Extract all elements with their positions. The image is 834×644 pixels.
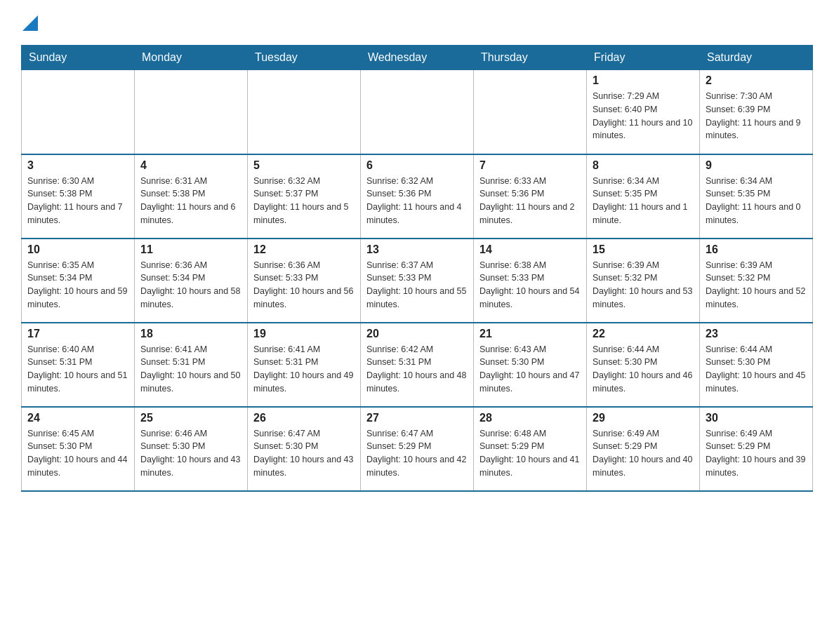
day-info: Sunrise: 6:45 AMSunset: 5:30 PMDaylight:… [27,427,128,480]
day-number: 27 [366,412,468,424]
calendar-cell: 14Sunrise: 6:38 AMSunset: 5:33 PMDayligh… [474,239,587,323]
day-info: Sunrise: 6:42 AMSunset: 5:31 PMDaylight:… [366,343,468,396]
page-header [21,14,813,31]
calendar-cell: 5Sunrise: 6:32 AMSunset: 5:37 PMDaylight… [248,154,361,239]
calendar-cell: 3Sunrise: 6:30 AMSunset: 5:38 PMDaylight… [22,154,135,239]
day-number: 12 [253,243,355,256]
day-number: 21 [479,328,581,340]
day-info: Sunrise: 6:49 AMSunset: 5:29 PMDaylight:… [706,427,807,480]
calendar-cell: 2Sunrise: 7:30 AMSunset: 6:39 PMDaylight… [700,70,813,154]
day-number: 22 [593,328,694,340]
calendar-week-row: 24Sunrise: 6:45 AMSunset: 5:30 PMDayligh… [22,407,813,491]
day-info: Sunrise: 6:41 AMSunset: 5:31 PMDaylight:… [140,343,241,396]
day-number: 2 [706,74,807,87]
calendar-week-row: 1Sunrise: 7:29 AMSunset: 6:40 PMDaylight… [22,70,813,154]
calendar-cell: 27Sunrise: 6:47 AMSunset: 5:29 PMDayligh… [361,407,474,491]
calendar-cell: 17Sunrise: 6:40 AMSunset: 5:31 PMDayligh… [22,323,135,407]
calendar-cell [474,70,587,154]
day-info: Sunrise: 6:33 AMSunset: 5:36 PMDaylight:… [479,175,581,227]
day-of-week-header: Wednesday [361,46,474,70]
day-of-week-header: Sunday [22,46,135,70]
calendar-cell: 24Sunrise: 6:45 AMSunset: 5:30 PMDayligh… [22,407,135,491]
day-info: Sunrise: 6:44 AMSunset: 5:30 PMDaylight:… [593,343,694,396]
day-info: Sunrise: 6:48 AMSunset: 5:29 PMDaylight:… [479,427,581,480]
day-number: 20 [366,328,468,340]
calendar-cell: 15Sunrise: 6:39 AMSunset: 5:32 PMDayligh… [587,239,700,323]
day-number: 8 [593,159,694,172]
calendar-body: 1Sunrise: 7:29 AMSunset: 6:40 PMDaylight… [22,70,813,491]
day-number: 23 [706,328,807,340]
svg-marker-0 [22,15,38,31]
day-of-week-header: Saturday [700,46,813,70]
day-info: Sunrise: 6:34 AMSunset: 5:35 PMDaylight:… [706,175,807,227]
day-number: 5 [253,159,355,172]
day-number: 10 [27,243,128,256]
calendar-cell: 7Sunrise: 6:33 AMSunset: 5:36 PMDaylight… [474,154,587,239]
day-number: 24 [27,412,128,424]
calendar-cell [22,70,135,154]
calendar-cell: 22Sunrise: 6:44 AMSunset: 5:30 PMDayligh… [587,323,700,407]
day-number: 7 [479,159,581,172]
calendar-cell: 25Sunrise: 6:46 AMSunset: 5:30 PMDayligh… [135,407,248,491]
day-info: Sunrise: 6:37 AMSunset: 5:33 PMDaylight:… [366,259,468,311]
day-number: 26 [253,412,355,424]
day-of-week-header: Tuesday [248,46,361,70]
logo-triangle-icon [22,15,38,31]
day-number: 28 [479,412,581,424]
calendar-cell [361,70,474,154]
day-info: Sunrise: 6:32 AMSunset: 5:37 PMDaylight:… [253,175,355,227]
calendar-cell: 28Sunrise: 6:48 AMSunset: 5:29 PMDayligh… [474,407,587,491]
day-info: Sunrise: 6:39 AMSunset: 5:32 PMDaylight:… [706,259,807,311]
day-info: Sunrise: 6:43 AMSunset: 5:30 PMDaylight:… [479,343,581,396]
calendar-cell: 12Sunrise: 6:36 AMSunset: 5:33 PMDayligh… [248,239,361,323]
day-number: 29 [593,412,694,424]
day-number: 30 [706,412,807,424]
calendar-week-row: 3Sunrise: 6:30 AMSunset: 5:38 PMDaylight… [22,154,813,239]
day-number: 15 [593,243,694,256]
day-info: Sunrise: 6:35 AMSunset: 5:34 PMDaylight:… [27,259,128,311]
day-number: 17 [27,328,128,340]
day-number: 6 [366,159,468,172]
day-info: Sunrise: 6:30 AMSunset: 5:38 PMDaylight:… [27,175,128,227]
day-info: Sunrise: 6:44 AMSunset: 5:30 PMDaylight:… [706,343,807,396]
day-info: Sunrise: 6:39 AMSunset: 5:32 PMDaylight:… [593,259,694,311]
day-info: Sunrise: 6:40 AMSunset: 5:31 PMDaylight:… [27,343,128,396]
day-info: Sunrise: 6:32 AMSunset: 5:36 PMDaylight:… [366,175,468,227]
calendar-cell: 23Sunrise: 6:44 AMSunset: 5:30 PMDayligh… [700,323,813,407]
calendar-cell: 6Sunrise: 6:32 AMSunset: 5:36 PMDaylight… [361,154,474,239]
calendar-cell: 11Sunrise: 6:36 AMSunset: 5:34 PMDayligh… [135,239,248,323]
day-info: Sunrise: 6:47 AMSunset: 5:29 PMDaylight:… [366,427,468,480]
calendar-cell: 30Sunrise: 6:49 AMSunset: 5:29 PMDayligh… [700,407,813,491]
calendar-cell [248,70,361,154]
logo [21,14,38,31]
day-number: 16 [706,243,807,256]
calendar-cell: 29Sunrise: 6:49 AMSunset: 5:29 PMDayligh… [587,407,700,491]
calendar-cell: 8Sunrise: 6:34 AMSunset: 5:35 PMDaylight… [587,154,700,239]
calendar-cell: 4Sunrise: 6:31 AMSunset: 5:38 PMDaylight… [135,154,248,239]
day-of-week-header: Thursday [474,46,587,70]
calendar-cell: 9Sunrise: 6:34 AMSunset: 5:35 PMDaylight… [700,154,813,239]
day-number: 13 [366,243,468,256]
day-number: 19 [253,328,355,340]
day-number: 11 [140,243,241,256]
calendar-cell: 18Sunrise: 6:41 AMSunset: 5:31 PMDayligh… [135,323,248,407]
calendar-table: SundayMondayTuesdayWednesdayThursdayFrid… [21,45,813,492]
calendar-week-row: 17Sunrise: 6:40 AMSunset: 5:31 PMDayligh… [22,323,813,407]
day-number: 18 [140,328,241,340]
day-number: 14 [479,243,581,256]
day-number: 3 [27,159,128,172]
calendar-cell: 26Sunrise: 6:47 AMSunset: 5:30 PMDayligh… [248,407,361,491]
day-info: Sunrise: 6:46 AMSunset: 5:30 PMDaylight:… [140,427,241,480]
calendar-cell: 13Sunrise: 6:37 AMSunset: 5:33 PMDayligh… [361,239,474,323]
days-of-week-row: SundayMondayTuesdayWednesdayThursdayFrid… [22,46,813,70]
calendar-week-row: 10Sunrise: 6:35 AMSunset: 5:34 PMDayligh… [22,239,813,323]
day-info: Sunrise: 6:38 AMSunset: 5:33 PMDaylight:… [479,259,581,311]
day-info: Sunrise: 6:49 AMSunset: 5:29 PMDaylight:… [593,427,694,480]
calendar-cell: 1Sunrise: 7:29 AMSunset: 6:40 PMDaylight… [587,70,700,154]
calendar-header: SundayMondayTuesdayWednesdayThursdayFrid… [22,46,813,70]
calendar-cell [135,70,248,154]
day-number: 4 [140,159,241,172]
day-number: 1 [593,74,694,87]
calendar-cell: 19Sunrise: 6:41 AMSunset: 5:31 PMDayligh… [248,323,361,407]
day-number: 9 [706,159,807,172]
